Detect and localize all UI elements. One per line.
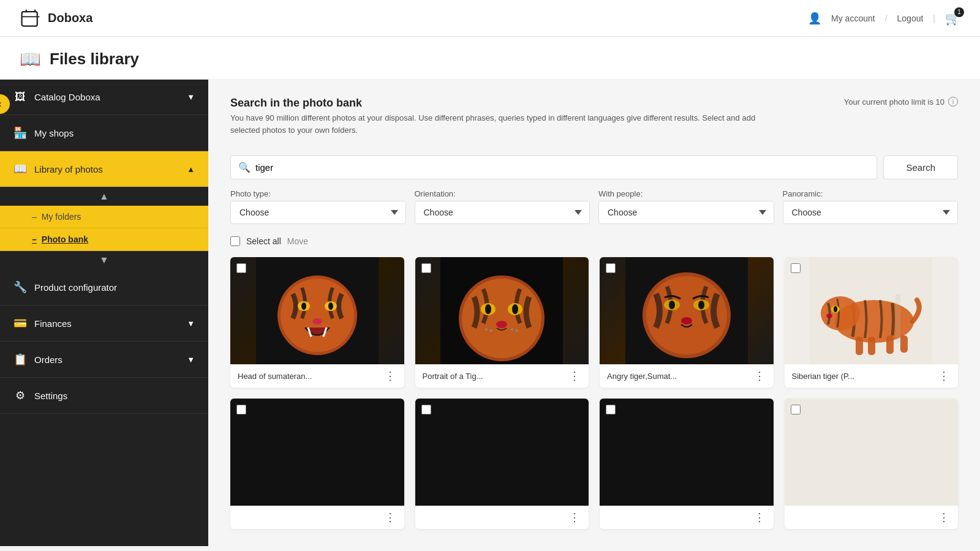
svg-point-17	[485, 328, 488, 331]
photo-7-menu-button[interactable]: ⋮	[753, 512, 766, 523]
filter-with-people-select[interactable]: Choose Yes No	[598, 201, 774, 224]
product-icon: 🔧	[13, 280, 27, 294]
svg-point-6	[301, 302, 306, 310]
photo-3-menu-button[interactable]: ⋮	[753, 370, 766, 381]
move-button[interactable]: Move	[287, 236, 308, 246]
sidebar-item-myshops-label: My shops	[34, 128, 74, 138]
photo-3-image[interactable]	[600, 257, 774, 364]
photo-8-image[interactable]	[785, 399, 959, 506]
orders-chevron-icon: ▼	[187, 355, 195, 364]
filter-orientation-label: Orientation:	[415, 189, 590, 198]
photo-card-7-inner	[600, 399, 774, 506]
logo-icon	[20, 7, 42, 29]
photo-card-4-inner	[785, 257, 959, 364]
search-row: 🔍 Search	[230, 156, 958, 179]
svg-point-18	[490, 329, 492, 332]
photo-2-checkbox[interactable]	[421, 263, 431, 273]
photo-1-menu-button[interactable]: ⋮	[383, 370, 397, 381]
photo-6-image[interactable]	[415, 399, 589, 506]
main-content: Search in the photo bank You have 90 mil…	[208, 80, 980, 546]
filter-orientation-select[interactable]: Choose Horizontal Vertical Square	[415, 201, 590, 224]
photo-6-checkbox[interactable]	[421, 405, 431, 414]
select-all-label[interactable]: Select all	[246, 236, 281, 246]
photo-7-checkbox[interactable]	[606, 405, 616, 414]
filter-with-people: With people: Choose Yes No	[598, 189, 774, 224]
photo-7-image[interactable]	[600, 399, 774, 506]
photo-1-image[interactable]	[230, 257, 404, 364]
photo-3-title: Angry tiger,Sumat...	[607, 372, 677, 381]
collapse-icon: ‹	[0, 99, 2, 110]
account-icon: 👤	[808, 12, 821, 25]
photo-card-4: Siberian tiger (P... ⋮	[785, 257, 959, 388]
photo-limit-info-icon[interactable]: i	[948, 97, 958, 107]
library-chevron-icon: ▲	[187, 165, 195, 174]
sidebar-item-finances[interactable]: 💳 Finances ▼	[0, 305, 208, 342]
svg-point-7	[328, 302, 333, 310]
sidebar-item-myshops-left: 🏪 My shops	[13, 126, 74, 140]
photo-3-svg	[625, 257, 748, 364]
photo-card-8: ⋮	[785, 399, 959, 529]
svg-rect-36	[868, 337, 875, 355]
svg-rect-38	[900, 335, 908, 353]
photo-4-checkbox[interactable]	[791, 263, 801, 273]
photo-2-image[interactable]	[415, 257, 589, 364]
sidebar-submenu-photo-bank[interactable]: – Photo bank	[0, 228, 208, 251]
top-navigation: Doboxa 👤 My account / Logout | 🛒 1	[0, 0, 980, 37]
search-input[interactable]	[255, 156, 869, 179]
catalog-icon: 🖼	[13, 91, 27, 103]
sidebar-item-settings[interactable]: ⚙ Settings	[0, 378, 208, 414]
svg-rect-37	[886, 335, 894, 354]
photo-grid: Head of sumateran... ⋮	[230, 257, 958, 529]
sidebar-item-product-configurator[interactable]: 🔧 Product configurator	[0, 269, 208, 305]
page-title: Files library	[50, 50, 139, 69]
sidebar-item-my-shops[interactable]: 🏪 My shops	[0, 115, 208, 151]
section-title-block: Search in the photo bank You have 90 mil…	[230, 97, 757, 147]
section-title: Search in the photo bank	[230, 97, 757, 110]
photo-5-image[interactable]	[230, 399, 404, 506]
app-logo[interactable]: Doboxa	[20, 7, 92, 29]
photo-5-menu-button[interactable]: ⋮	[383, 512, 397, 523]
svg-point-28	[681, 317, 692, 324]
sidebar-item-catalog-left: 🖼 Catalog Doboxa	[13, 91, 100, 103]
logout-link[interactable]: Logout	[897, 13, 924, 23]
photo-6-menu-button[interactable]: ⋮	[568, 512, 581, 523]
settings-icon: ⚙	[13, 389, 27, 402]
filter-panoramic: Panoramic: Choose Yes No	[783, 189, 959, 224]
photo-3-checkbox[interactable]	[606, 263, 616, 273]
photo-3-footer: Angry tiger,Sumat... ⋮	[600, 364, 774, 388]
photo-card-2-inner	[415, 257, 589, 364]
photo-1-svg	[256, 257, 379, 364]
sidebar-item-library[interactable]: 📖 Library of photos ▲	[0, 151, 208, 187]
sidebar: ‹ 🖼 Catalog Doboxa ▼ 🏪 My shops 📖 Librar…	[0, 80, 208, 546]
my-account-link[interactable]: My account	[831, 13, 875, 23]
filter-with-people-label: With people:	[598, 189, 774, 198]
filters-row: Photo type: Choose Vector Photo Illustra…	[230, 189, 958, 224]
photo-4-menu-button[interactable]: ⋮	[937, 370, 951, 381]
photo-bank-label: Photo bank	[42, 234, 88, 244]
logo-text: Doboxa	[48, 11, 92, 25]
filter-panoramic-select[interactable]: Choose Yes No	[783, 201, 959, 224]
svg-point-33	[834, 306, 837, 312]
photo-4-image[interactable]	[785, 257, 959, 364]
sidebar-item-catalog[interactable]: 🖼 Catalog Doboxa ▼	[0, 80, 208, 115]
filter-photo-type-select[interactable]: Choose Vector Photo Illustration	[230, 201, 406, 224]
svg-rect-39	[895, 294, 900, 343]
photo-5-checkbox[interactable]	[236, 405, 246, 414]
sidebar-item-orders-left: 📋 Orders	[13, 353, 62, 366]
photo-card-3: Angry tiger,Sumat... ⋮	[600, 257, 774, 388]
svg-point-11	[462, 279, 541, 358]
select-all-checkbox[interactable]	[230, 236, 240, 246]
cart-button[interactable]: 🛒 1	[945, 11, 960, 26]
photo-8-menu-button[interactable]: ⋮	[937, 512, 951, 523]
photo-2-menu-button[interactable]: ⋮	[568, 370, 581, 381]
sidebar-item-orders[interactable]: 📋 Orders ▼	[0, 342, 208, 378]
sidebar-submenu-my-folders[interactable]: – My folders	[0, 206, 208, 228]
photo-8-checkbox[interactable]	[791, 405, 801, 414]
photo-1-checkbox[interactable]	[236, 263, 246, 273]
photo-card-1: Head of sumateran... ⋮	[230, 257, 404, 388]
myshops-icon: 🏪	[13, 126, 27, 140]
photo-card-6-inner	[415, 399, 589, 506]
library-icon: 📖	[13, 162, 27, 176]
photo-bank-dash: –	[32, 234, 37, 244]
search-button[interactable]: Search	[883, 156, 958, 179]
